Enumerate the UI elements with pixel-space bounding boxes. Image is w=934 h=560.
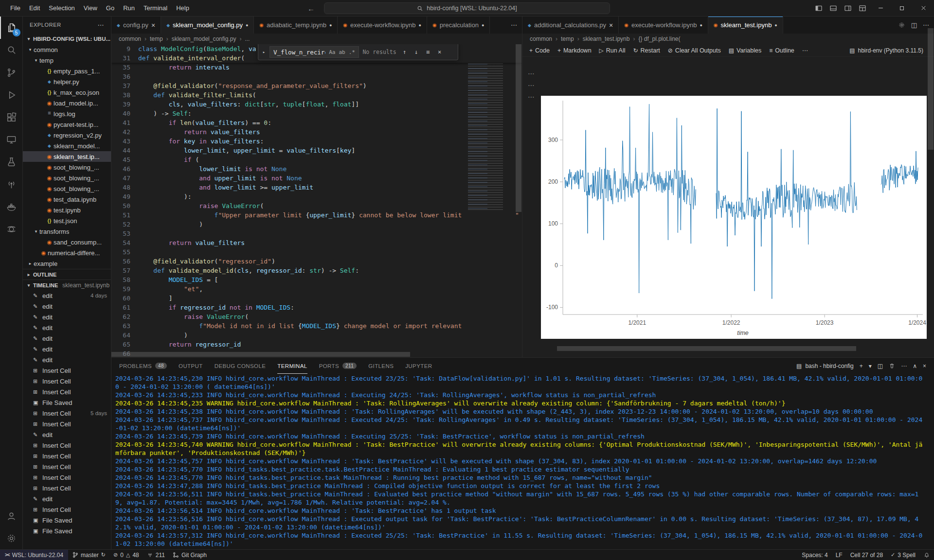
tree-item-soot-blowing[interactable]: ◉soot_blowing_... (23, 162, 111, 173)
editor-scrollbar-vertical[interactable] (515, 44, 522, 357)
nb-action-outline[interactable]: ≡Outline (765, 44, 798, 57)
tree-item-temp[interactable]: ▾temp (23, 55, 111, 66)
notifications-bell[interactable] (919, 550, 934, 560)
cell-more-icon[interactable]: ⋯ (528, 93, 535, 101)
timeline-entry-file-saved[interactable]: ▣File Saved (23, 525, 111, 536)
breadcrumb-item[interactable]: common (119, 35, 141, 42)
timeline-entry-insert-cell[interactable]: ⊞Insert Cell (23, 365, 111, 376)
tab-additional-calculations-py[interactable]: ◆additional_calculations.py× (522, 17, 619, 34)
find-input[interactable]: V_flow_n_recirc Aa ab .* (269, 46, 359, 58)
settings-gear-icon[interactable] (0, 527, 23, 549)
terminal-dropdown-icon[interactable]: ▾ (869, 363, 872, 369)
breadcrumb-item[interactable]: ... (245, 35, 250, 42)
toggle-panel-icon[interactable] (826, 0, 841, 17)
menu-terminal[interactable]: Terminal (139, 0, 172, 17)
terminal-instance[interactable]: ▤ bash - hbird-config (796, 363, 854, 369)
customize-layout-icon[interactable] (855, 0, 870, 17)
nb-action-run-all[interactable]: ▷Run All (595, 44, 629, 57)
tree-item-pycaret-test-ip[interactable]: ◉pycaret-test.ip... (23, 119, 111, 130)
search-view-icon[interactable] (0, 39, 23, 61)
minimize-button[interactable] (870, 0, 891, 17)
timeline-entry-file-saved[interactable]: ▣File Saved (23, 397, 111, 408)
remote-explorer-icon[interactable] (0, 128, 23, 151)
tab-execute-workflow-ipynb[interactable]: ◉execute-workflow.ipynb● (338, 17, 427, 34)
maximize-button[interactable] (891, 0, 913, 17)
split-editor-icon[interactable]: ◫ (911, 21, 917, 29)
breadcrumb-item[interactable]: temp (150, 35, 163, 42)
ports-indicator[interactable]: 211 (143, 550, 169, 560)
close-button[interactable] (913, 0, 934, 17)
tab-close-icon[interactable]: × (609, 21, 613, 29)
eol-indicator[interactable]: LF (832, 550, 846, 560)
timeline-entry-insert-cell[interactable]: ⊞Insert Cell (23, 504, 111, 515)
timeline-entry-insert-cell[interactable]: ⊞Insert Cell (23, 440, 111, 451)
breadcrumb-item[interactable]: {} df_pl.plot.line( (638, 35, 680, 42)
nb-action-code[interactable]: +Code (525, 44, 554, 57)
indentation-indicator[interactable]: Spaces: 4 (798, 550, 831, 560)
tree-item-logs-log[interactable]: ≡logs.log (23, 108, 111, 119)
timeline-entry-edit[interactable]: ✎edit (23, 312, 111, 322)
kill-terminal-icon[interactable] (889, 363, 895, 369)
tab-config-py[interactable]: ◆config.py× (111, 17, 161, 34)
breadcrumb-item[interactable]: temp (561, 35, 574, 42)
panel-tab-output[interactable]: OUTPUT (179, 358, 203, 374)
new-terminal-icon[interactable]: + (860, 363, 863, 369)
tree-item-load-model-ip[interactable]: ◉load_model.ip... (23, 98, 111, 108)
toggle-secondary-sidebar-icon[interactable] (841, 0, 855, 17)
tree-item-test-json[interactable]: {}test.json (23, 215, 111, 226)
run-debug-icon[interactable] (0, 84, 23, 106)
timeline-entry-edit[interactable]: ✎edit (23, 301, 111, 312)
toggle-sidebar-icon[interactable] (811, 0, 826, 17)
match-case-icon[interactable]: Aa (329, 48, 335, 57)
tab-execute-workflow-ipynb[interactable]: ◉execute-workflow.ipynb● (619, 17, 708, 34)
accounts-icon[interactable] (0, 505, 23, 527)
panel-tab-terminal[interactable]: TERMINAL (277, 358, 307, 374)
panel-tab-debug-console[interactable]: DEBUG CONSOLE (215, 358, 266, 374)
split-terminal-icon[interactable]: ◫ (878, 363, 883, 369)
panel-more-icon[interactable]: ⋯ (901, 363, 907, 369)
menu-help[interactable]: Help (172, 0, 194, 17)
tree-item-helper-py[interactable]: ◆helper.py (23, 76, 111, 87)
timeline-entry-edit[interactable]: ✎edit (23, 429, 111, 440)
panel-tab-gitlens[interactable]: GITLENS (368, 358, 394, 374)
ports-icon[interactable] (0, 173, 23, 195)
tree-item-soot-blowing[interactable]: ◉soot_blowing_... (23, 183, 111, 194)
cell-more-icon[interactable]: ⋯ (528, 81, 535, 89)
testing-icon[interactable] (0, 151, 23, 173)
timeline-entry-file-saved[interactable]: ▣File Saved (23, 515, 111, 525)
find-previous-icon[interactable]: ↑ (400, 48, 409, 57)
menu-file[interactable]: File (6, 0, 25, 17)
tree-item-k-max-eco-json[interactable]: {}k_max_eco.json (23, 87, 111, 98)
panel-tab-problems[interactable]: PROBLEMS48 (119, 358, 167, 374)
cell-more-icon[interactable]: ⋯ (528, 70, 535, 77)
find-replace-toggle-icon[interactable]: ▸ (261, 48, 267, 57)
find-in-selection-icon[interactable]: ≡ (423, 48, 432, 57)
timeline-entry-edit[interactable]: ✎edit (23, 493, 111, 504)
breadcrumb-item[interactable]: common (530, 35, 552, 42)
tab-sklearn-test-ipynb[interactable]: ◉sklearn_test.ipynb● (708, 17, 783, 34)
tab-sklearn-model-config-py[interactable]: ◆sklearn_model_config.py● (161, 17, 254, 34)
tree-item-numerical-differe[interactable]: ◉numerical-differe... (23, 247, 111, 258)
timeline-entry-insert-cell[interactable]: ⊞Insert Cell (23, 483, 111, 493)
timeline-entry-edit[interactable]: ✎edit (23, 322, 111, 333)
tree-item-example[interactable]: ▸example (23, 258, 111, 269)
menu-run[interactable]: Run (119, 0, 139, 17)
tree-item-sand-consump[interactable]: ◉sand_consump... (23, 237, 111, 247)
timeline-entry-edit[interactable]: ✎edit4 days (23, 290, 111, 301)
remote-indicator[interactable]: >< WSL: Ubuntu-22.04 (0, 550, 68, 560)
tree-item-soot-blowing[interactable]: ◉soot_blowing_... (23, 173, 111, 183)
minimap[interactable] (465, 44, 515, 351)
nb-action-more[interactable]: ⋯ (798, 44, 812, 57)
whole-word-icon[interactable]: ab (339, 48, 345, 57)
timeline-entry-edit[interactable]: ✎edit (23, 333, 111, 344)
problems-indicator[interactable]: ⊘ 0 △ 48 (109, 550, 143, 560)
notebook-gear-icon[interactable] (898, 21, 905, 29)
spell-indicator[interactable]: ✓ 3 Spell (887, 550, 919, 560)
tree-item-test-data-ipynb[interactable]: ◉test_data.ipynb (23, 194, 111, 205)
panel-close-icon[interactable]: × (923, 363, 926, 369)
tab-close-icon[interactable]: × (151, 21, 155, 29)
timeline-entry-insert-cell[interactable]: ⊞Insert Cell (23, 472, 111, 483)
nb-action-clear-all-outputs[interactable]: ⊘Clear All Outputs (664, 44, 725, 57)
timeline-entry-insert-cell[interactable]: ⊞Insert Cell (23, 386, 111, 397)
cell-indicator[interactable]: Cell 27 of 28 (846, 550, 887, 560)
